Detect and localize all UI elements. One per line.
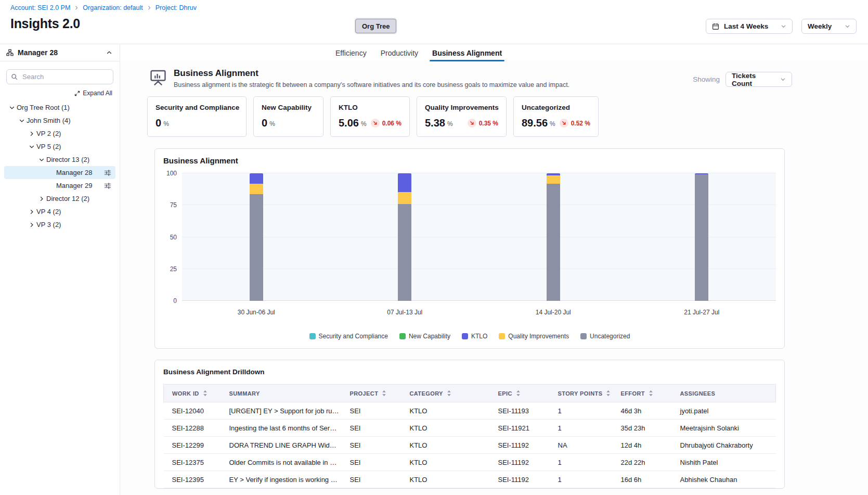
legend-item-ktlo[interactable]: KTLO <box>462 333 487 340</box>
column-header-effort[interactable]: EFFORT <box>616 385 675 402</box>
cell-category: KTLO <box>405 454 493 471</box>
chevron-down-icon[interactable] <box>17 118 27 124</box>
y-tick-label: 100 <box>166 170 177 177</box>
content-scroll-area: Business Alignment Business alignment is… <box>120 61 868 495</box>
column-header-epic[interactable]: EPIC <box>493 385 553 402</box>
table-row[interactable]: SEI-12040[URGENT] EY > Support for job r… <box>164 402 776 420</box>
tree-item-org-tree-root-1[interactable]: Org Tree Root (1) <box>4 101 115 114</box>
legend-swatch <box>399 333 406 339</box>
table-row[interactable]: SEI-12299DORA TREND LINE GRAPH Widgets i… <box>164 437 776 454</box>
bar-segment-ktlo[interactable] <box>398 173 411 192</box>
bar-segment-uncategorized[interactable] <box>547 184 560 301</box>
cell-project: SEI <box>345 420 405 437</box>
tab-productivity[interactable]: Productivity <box>381 44 418 61</box>
stacked-bar-14-jul-20-jul[interactable] <box>547 173 560 301</box>
tree-item-label: VP 4 (2) <box>36 208 61 215</box>
x-axis-labels: 30 Jun-06 Jul07 Jul-13 Jul14 Jul-20 Jul2… <box>182 301 776 320</box>
sliders-icon[interactable] <box>104 169 111 176</box>
bar-segment-uncategorized[interactable] <box>398 204 411 301</box>
cell-work-id: SEI-12375 <box>164 454 224 471</box>
bar-segment-ktlo[interactable] <box>250 173 263 184</box>
table-header-row: WORK IDSUMMARYPROJECTCATEGORYEPICSTORY P… <box>164 385 776 402</box>
business-alignment-chart-card: Business Alignment 0255075100 30 Jun-06 … <box>154 148 785 349</box>
insights-dashboard: { "breadcrumb": { "items": ["Account: SE… <box>0 0 868 495</box>
bar-segment-uncategorized[interactable] <box>695 174 708 301</box>
tree-item-john-smith-4[interactable]: John Smith (4) <box>4 114 115 127</box>
drilldown-title: Business Alignment Drilldown <box>163 368 776 376</box>
stacked-bar-07-jul-13-jul[interactable] <box>398 173 411 301</box>
column-header-category[interactable]: CATEGORY <box>405 385 493 402</box>
bar-segment-uncategorized[interactable] <box>250 194 263 301</box>
column-header-project[interactable]: PROJECT <box>345 385 405 402</box>
cell-story-points: 1 <box>553 420 616 437</box>
date-range-select[interactable]: Last 4 Weeks <box>706 19 793 34</box>
search-input[interactable] <box>6 69 113 84</box>
bar-segment-quality-improvements[interactable] <box>547 175 560 184</box>
chart-plot-area <box>182 173 776 301</box>
table-row[interactable]: SEI-12288Ingesting the last 6 months of … <box>164 420 776 437</box>
legend-item-quality-improvements[interactable]: Quality Improvements <box>499 333 569 340</box>
stat-card-value: 89.56 <box>522 117 548 129</box>
chevron-right-icon[interactable] <box>27 222 36 228</box>
tree-item-label: Org Tree Root (1) <box>17 104 70 111</box>
chevron-down-icon[interactable] <box>37 157 46 163</box>
org-tree-sidebar: Manager 28 Expand All Org Tree Root (1)J… <box>0 44 120 495</box>
cell-epic: SEI-11192 <box>493 437 553 454</box>
tree-item-manager-28[interactable]: Manager 28 <box>4 166 115 179</box>
y-axis: 0255075100 <box>163 173 182 301</box>
column-header-story-points[interactable]: STORY POINTS <box>553 385 616 402</box>
stat-card-title: New Capability <box>262 104 315 111</box>
table-row[interactable]: SEI-12375Older Commits is not available … <box>164 454 776 471</box>
section-title: Business Alignment <box>174 68 569 79</box>
chevron-up-icon <box>106 49 112 56</box>
column-header-work-id[interactable]: WORK ID <box>164 385 224 402</box>
tree-item-label: Manager 29 <box>56 182 92 189</box>
header-controls: Last 4 Weeks Weekly <box>706 19 857 34</box>
stacked-bar-chart: 0255075100 <box>163 173 776 301</box>
y-tick-label: 0 <box>173 297 177 304</box>
breadcrumb-organization-link[interactable]: Organization: default <box>83 4 142 11</box>
bar-segment-quality-improvements[interactable] <box>398 192 411 204</box>
stat-card-unit: % <box>269 120 275 128</box>
chart-title: Business Alignment <box>163 156 776 165</box>
org-tree-button[interactable]: Org Tree <box>355 19 396 33</box>
granularity-select[interactable]: Weekly <box>801 19 857 34</box>
cell-epic: SEI-11193 <box>493 402 553 420</box>
chevron-down-icon[interactable] <box>27 144 36 150</box>
table-row[interactable]: SEI-12395EY > Verify if ingestion is wor… <box>164 471 776 488</box>
chevron-right-icon[interactable] <box>27 209 36 215</box>
legend-item-new-capability[interactable]: New Capability <box>399 333 450 340</box>
cell-effort: 46d 3h <box>616 402 675 420</box>
breadcrumb-project-link[interactable]: Project: Dhruv <box>156 4 197 11</box>
tree-item-director-13-2[interactable]: Director 13 (2) <box>4 153 115 166</box>
chevron-right-icon[interactable] <box>27 131 36 137</box>
stacked-bar-30-jun-06-jul[interactable] <box>250 173 263 301</box>
tab-efficiency[interactable]: Efficiency <box>335 44 367 61</box>
expand-all-button[interactable]: Expand All <box>7 90 112 97</box>
tree-item-vp-3-2[interactable]: VP 3 (2) <box>4 218 115 231</box>
breadcrumb-account-link[interactable]: Account: SEI 2.0 PM <box>10 4 70 11</box>
tree-item-vp-5-2[interactable]: VP 5 (2) <box>4 140 115 153</box>
tree-item-vp-4-2[interactable]: VP 4 (2) <box>4 205 115 218</box>
tree-item-vp-2-2[interactable]: VP 2 (2) <box>4 127 115 140</box>
showing-select[interactable]: Tickets Count <box>726 72 792 87</box>
bar-segment-quality-improvements[interactable] <box>250 184 263 195</box>
trend-down-icon <box>371 119 380 128</box>
sliders-icon[interactable] <box>104 182 111 189</box>
stacked-bar-21-jul-27-jul[interactable] <box>695 173 708 301</box>
chevron-down-icon[interactable] <box>7 105 17 111</box>
sidebar-collapse-button[interactable] <box>105 48 113 57</box>
tree-item-manager-29[interactable]: Manager 29 <box>4 179 115 192</box>
chevron-right-icon[interactable] <box>37 196 46 202</box>
tree-item-director-12-2[interactable]: Director 12 (2) <box>4 192 115 205</box>
stat-card-title: Security and Compliance <box>156 104 238 111</box>
chevron-down-icon <box>780 77 786 82</box>
legend-swatch <box>309 333 316 339</box>
legend-item-uncategorized[interactable]: Uncategorized <box>580 333 630 340</box>
legend-item-security-and-compliance[interactable]: Security and Compliance <box>309 333 388 340</box>
org-tree: Org Tree Root (1)John Smith (4)VP 2 (2)V… <box>0 101 120 231</box>
tab-business-alignment[interactable]: Business Alignment <box>432 44 502 61</box>
stat-card-unit: % <box>163 120 169 128</box>
cell-category: KTLO <box>405 402 493 420</box>
tree-item-label: VP 2 (2) <box>36 130 61 137</box>
